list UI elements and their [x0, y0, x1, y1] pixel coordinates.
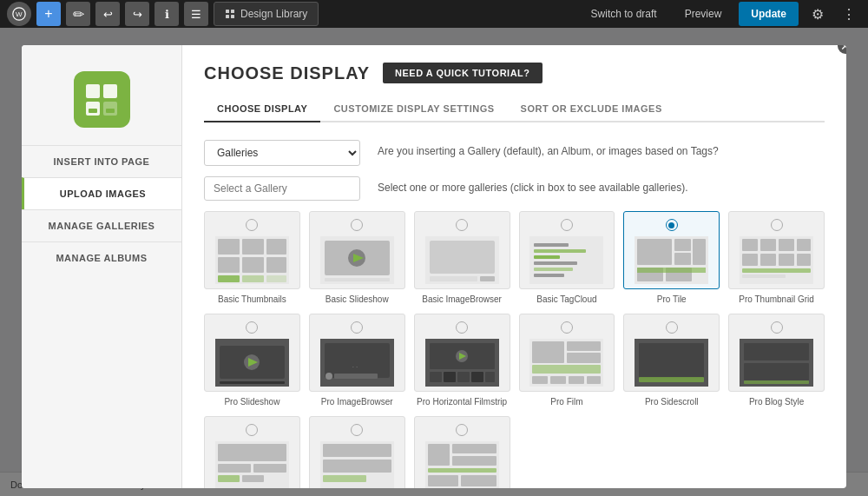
gallery-item-pro-tile[interactable]: Pro Tile	[623, 211, 720, 305]
gallery-select-help: Select one or more galleries (click in b…	[378, 176, 825, 194]
svg-rect-75	[485, 372, 495, 382]
radio-pro-slideshow[interactable]	[246, 321, 258, 334]
label-pro-thumbnail-grid: Pro Thumbnail Grid	[739, 294, 814, 305]
gallery-item-row3-3[interactable]	[414, 416, 510, 488]
gallery-item-pro-slideshow[interactable]: Pro Slideshow	[204, 314, 300, 407]
thumb-pro-film	[529, 339, 603, 387]
svg-rect-87	[639, 377, 704, 382]
radio-pro-blog-style[interactable]	[771, 321, 783, 334]
svg-rect-79	[567, 353, 601, 363]
sidebar-item-upload[interactable]: UPLOAD IMAGES	[22, 177, 181, 209]
radio-row3-2[interactable]	[351, 424, 363, 436]
wordpress-icon: W	[12, 7, 26, 21]
radio-pro-imagebrowser[interactable]	[351, 321, 363, 334]
gallery-item-inner: · ·	[309, 314, 405, 392]
svg-rect-84	[587, 376, 601, 384]
svg-rect-82	[550, 376, 566, 384]
gallery-item-pro-thumbnail-grid[interactable]: Pro Thumbnail Grid	[728, 211, 825, 305]
svg-rect-97	[242, 475, 264, 482]
gallery-search-input[interactable]	[204, 176, 360, 201]
label-pro-sidescroll: Pro Sidescroll	[645, 396, 699, 407]
radio-basic-thumbnails[interactable]	[246, 219, 258, 231]
svg-rect-73	[457, 372, 470, 382]
gallery-item-row3-2[interactable]	[309, 416, 405, 488]
settings-button[interactable]: ⚙	[806, 2, 830, 26]
radio-pro-film[interactable]	[561, 321, 573, 334]
gallery-item-basic-tagcloud[interactable]: Basic TagCloud	[519, 211, 615, 305]
gallery-type-select[interactable]: Galleries Album Tags	[204, 140, 360, 166]
pencil-button[interactable]: ✏	[66, 2, 90, 26]
svg-rect-28	[430, 241, 495, 274]
more-button[interactable]: ⋮	[837, 2, 861, 26]
add-button[interactable]: +	[36, 2, 61, 26]
gallery-item-inner	[519, 211, 615, 289]
svg-rect-78	[567, 341, 601, 351]
redo-button[interactable]: ↪	[125, 2, 149, 26]
label-basic-imagebrowser: Basic ImageBrowser	[422, 294, 502, 305]
label-pro-tile: Pro Tile	[657, 294, 687, 305]
update-button[interactable]: Update	[739, 2, 799, 26]
design-library-label: Design Library	[240, 8, 307, 20]
svg-rect-65	[334, 374, 378, 379]
sidebar-item-galleries[interactable]: MANAGE GALLERIES	[22, 209, 181, 241]
label-basic-slideshow: Basic Slideshow	[326, 294, 389, 305]
svg-rect-54	[797, 254, 811, 266]
modal-header: CHOOSE DISPLAY NEED A QUICK TUTORIAL?	[204, 63, 825, 83]
gallery-item-basic-slideshow[interactable]: Basic Slideshow	[309, 211, 405, 305]
svg-rect-107	[428, 475, 458, 486]
modal-sidebar: INSERT INTO PAGE UPLOAD IMAGES MANAGE GA…	[22, 45, 182, 488]
info-button[interactable]: ℹ	[155, 2, 179, 26]
radio-row3-1[interactable]	[246, 424, 258, 436]
radio-basic-tagcloud[interactable]	[561, 219, 573, 231]
svg-rect-50	[797, 239, 811, 251]
gallery-item-pro-horizontal-filmstrip[interactable]: Pro Horizontal Filmstrip	[414, 314, 510, 407]
label-pro-horizontal-filmstrip: Pro Horizontal Filmstrip	[417, 396, 507, 407]
preview-button[interactable]: Preview	[674, 2, 733, 26]
gallery-select-row: Select one or more galleries (click in b…	[204, 176, 825, 201]
label-pro-film: Pro Film	[550, 396, 582, 407]
thumb-pro-horizontal-filmstrip	[425, 339, 499, 387]
svg-rect-15	[266, 239, 286, 255]
gallery-item-pro-film[interactable]: Pro Film	[519, 314, 615, 407]
sidebar-item-albums[interactable]: MANAGE ALBUMS	[22, 241, 181, 274]
svg-rect-95	[253, 464, 286, 473]
toolbar-left: W + ✏ ↩ ↪ ℹ ☰ Design Library	[7, 2, 575, 26]
nextgen-modal: ✕ INSERT INTO PAGE	[22, 45, 846, 488]
radio-pro-thumbnail-grid[interactable]	[771, 219, 783, 231]
tab-sort[interactable]: SORT OR EXCLUDE IMAGES	[508, 96, 675, 122]
gallery-type-input-wrapper: Galleries Album Tags	[204, 140, 360, 166]
gallery-item-inner	[728, 314, 825, 392]
gallery-item-pro-blog-style[interactable]: Pro Blog Style	[728, 314, 825, 407]
radio-row3-3[interactable]	[456, 424, 468, 436]
tutorial-button[interactable]: NEED A QUICK TUTORIAL?	[383, 63, 542, 83]
gallery-item-basic-thumbnails[interactable]: Basic Thumbnails	[204, 211, 300, 305]
switch-draft-button[interactable]: Switch to draft	[581, 2, 667, 26]
list-button[interactable]: ☰	[184, 2, 208, 26]
tab-choose-display[interactable]: CHOOSE DISPLAY	[204, 96, 320, 122]
gallery-item-row3-1[interactable]	[204, 416, 300, 488]
radio-pro-tile[interactable]	[666, 219, 678, 231]
radio-basic-slideshow[interactable]	[351, 219, 363, 231]
svg-rect-100	[323, 460, 391, 473]
gallery-item-pro-sidescroll[interactable]: Pro Sidescroll	[623, 314, 720, 407]
svg-rect-19	[218, 275, 240, 282]
radio-pro-horizontal-filmstrip[interactable]	[456, 321, 468, 334]
svg-rect-56	[742, 274, 786, 278]
radio-basic-imagebrowser[interactable]	[456, 219, 468, 231]
design-library-tab[interactable]: Design Library	[214, 2, 319, 26]
gallery-item-inner	[309, 211, 405, 289]
svg-rect-16	[218, 257, 240, 273]
modal-title: CHOOSE DISPLAY	[204, 63, 370, 83]
gallery-item-inner	[414, 416, 510, 488]
gallery-item-basic-imagebrowser[interactable]: Basic ImageBrowser	[414, 211, 510, 305]
wp-logo-icon[interactable]: W	[7, 2, 31, 26]
svg-rect-52	[760, 254, 776, 266]
sidebar-item-insert[interactable]: INSERT INTO PAGE	[22, 145, 181, 177]
undo-button[interactable]: ↩	[95, 2, 120, 26]
tab-customize[interactable]: CUSTOMIZE DISPLAY SETTINGS	[320, 96, 507, 122]
thumb-pro-tile	[635, 236, 708, 284]
radio-pro-sidescroll[interactable]	[666, 321, 678, 334]
gallery-item-pro-imagebrowser[interactable]: · · Pro ImageBrowser	[309, 314, 405, 407]
svg-rect-18	[266, 257, 286, 273]
gallery-select-wrapper	[204, 176, 360, 201]
